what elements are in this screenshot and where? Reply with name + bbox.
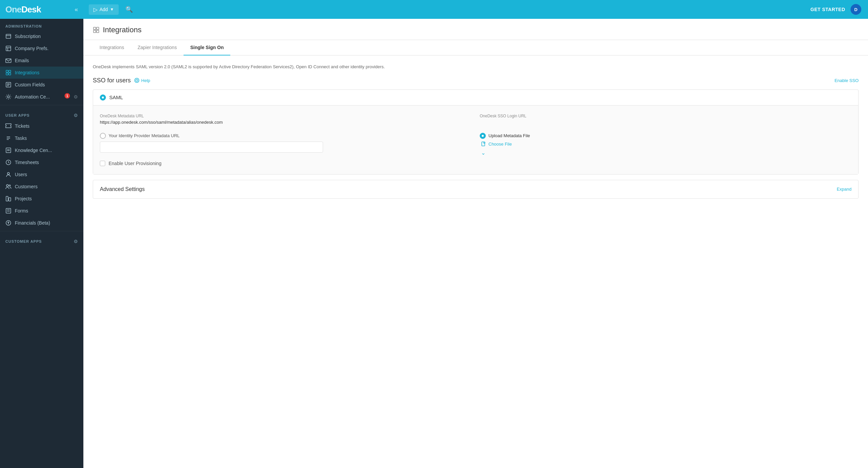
automation-badge: 1	[65, 93, 70, 98]
automation-icon	[5, 94, 11, 100]
sidebar-item-label: Tasks	[15, 135, 27, 141]
sidebar-item-custom-fields[interactable]: Custom Fields	[0, 79, 83, 91]
sidebar-item-tickets[interactable]: Tickets	[0, 120, 83, 132]
sidebar-item-label: Customers	[15, 184, 38, 189]
idp-section: Your Identity Provider Metadata URL	[100, 133, 472, 153]
svg-rect-33	[93, 27, 96, 30]
customer-apps-section-label: CUSTOMER APPS	[5, 239, 42, 243]
page-title: Integrations	[103, 26, 142, 34]
sidebar-item-label: Timesheets	[15, 160, 39, 165]
sidebar-item-financials[interactable]: Financials (Beta)	[0, 217, 83, 229]
sidebar-item-forms[interactable]: Forms	[0, 205, 83, 217]
timesheets-icon	[5, 159, 11, 165]
svg-rect-25	[6, 196, 8, 201]
sidebar-item-timesheets[interactable]: Timesheets	[0, 156, 83, 168]
projects-icon	[5, 196, 11, 202]
user-apps-gear-icon[interactable]: ⚙	[73, 113, 78, 118]
svg-rect-7	[9, 70, 11, 72]
get-started-button[interactable]: GET STARTED	[810, 7, 845, 12]
enable-provisioning-row: Enable User Provisioning	[100, 161, 851, 166]
plus-icon: ▷	[93, 6, 97, 13]
tasks-icon	[5, 135, 11, 141]
metadata-url-group: OneDesk Metadata URL https://app.onedesk…	[100, 114, 472, 125]
sidebar-item-integrations[interactable]: Integrations	[0, 67, 83, 79]
expand-link[interactable]: Expand	[837, 187, 851, 192]
svg-rect-8	[6, 73, 8, 75]
sidebar-item-customers[interactable]: Customers	[0, 181, 83, 193]
sidebar-item-users[interactable]: Users	[0, 168, 83, 181]
page-header: Integrations	[83, 19, 868, 40]
tab-zapier[interactable]: Zapier Integrations	[131, 40, 184, 56]
sidebar-item-tasks[interactable]: Tasks	[0, 132, 83, 144]
svg-rect-27	[6, 209, 11, 213]
idp-radio[interactable]	[100, 133, 106, 139]
subscription-icon	[5, 33, 11, 39]
saml-grid: OneDesk Metadata URL https://app.onedesk…	[100, 114, 851, 125]
sidebar-item-label: Users	[15, 172, 27, 177]
financials-icon	[5, 220, 11, 226]
tickets-icon	[5, 123, 11, 129]
upload-radio-selected[interactable]	[480, 133, 486, 139]
help-icon	[134, 78, 140, 83]
sso-login-url-group: OneDesk SSO Login URL	[480, 114, 851, 125]
gear-icon[interactable]: ⚙	[73, 94, 78, 99]
sidebar-item-label: Company Prefs.	[15, 46, 49, 51]
user-apps-section-label: USER APPS	[5, 113, 30, 117]
chevron-down-icon[interactable]: ⌄	[480, 150, 851, 156]
topbar-actions: ▷ Add ▼ 🔍	[83, 4, 810, 15]
sidebar-item-label: Tickets	[15, 123, 30, 129]
help-button[interactable]: Help	[134, 78, 150, 83]
saml-card: SAML OneDesk Metadata URL https://app.on…	[93, 89, 859, 175]
svg-point-22	[7, 173, 9, 175]
svg-rect-26	[9, 198, 11, 201]
sidebar: ADMINISTRATION Subscription Company Pref…	[0, 19, 83, 468]
svg-rect-36	[96, 30, 99, 33]
svg-point-24	[9, 185, 10, 186]
svg-rect-9	[9, 73, 11, 75]
topbar: OneDesk « ▷ Add ▼ 🔍 GET STARTED D	[0, 0, 868, 19]
add-button[interactable]: ▷ Add ▼	[89, 4, 119, 15]
search-button[interactable]: 🔍	[121, 4, 137, 15]
logo-area: OneDesk «	[0, 0, 83, 19]
tabs-bar: Integrations Zapier Integrations Single …	[83, 40, 868, 56]
users-icon	[5, 171, 11, 178]
sso-login-url-value	[480, 120, 851, 125]
sidebar-item-automation[interactable]: Automation Ce... 1 ⚙	[0, 91, 83, 103]
sidebar-item-emails[interactable]: Emails	[0, 55, 83, 67]
sso-header: SSO for users Help Enable SSO	[93, 77, 859, 84]
idp-url-input[interactable]	[100, 142, 323, 153]
upload-radio-row: Upload Metadata File	[480, 133, 851, 139]
customers-icon	[5, 184, 11, 190]
saml-radio-selected[interactable]	[100, 94, 106, 100]
main-layout: ADMINISTRATION Subscription Company Pref…	[0, 19, 868, 468]
tab-integrations[interactable]: Integrations	[93, 40, 131, 56]
customer-apps-gear-icon[interactable]: ⚙	[73, 239, 78, 244]
sidebar-item-subscription[interactable]: Subscription	[0, 30, 83, 42]
page-icon	[93, 27, 99, 33]
sidebar-item-knowledge[interactable]: Knowledge Cen...	[0, 144, 83, 156]
svg-point-23	[6, 185, 8, 187]
choose-file-button[interactable]: Choose File	[480, 142, 851, 147]
sidebar-item-label: Forms	[15, 208, 28, 214]
caret-icon: ▼	[110, 7, 114, 12]
svg-rect-18	[6, 148, 11, 153]
collapse-sidebar-button[interactable]: «	[74, 6, 78, 13]
saml-body: OneDesk Metadata URL https://app.onedesk…	[93, 105, 858, 174]
enable-sso-link[interactable]: Enable SSO	[834, 78, 859, 83]
sidebar-item-label: Integrations	[15, 70, 39, 75]
topbar-right: GET STARTED D	[810, 4, 868, 15]
provisioning-checkbox[interactable]	[100, 161, 105, 166]
tab-sso[interactable]: Single Sign On	[184, 40, 230, 56]
sidebar-item-label: Financials (Beta)	[15, 220, 50, 226]
avatar[interactable]: D	[850, 4, 861, 15]
content-area: Integrations Integrations Zapier Integra…	[83, 19, 868, 468]
advanced-settings-section: Advanced Settings Expand	[93, 180, 859, 199]
svg-rect-39	[482, 142, 485, 146]
sidebar-item-projects[interactable]: Projects	[0, 193, 83, 205]
saml-header: SAML	[93, 90, 858, 105]
advanced-settings-title: Advanced Settings	[100, 186, 145, 192]
add-label: Add	[99, 7, 108, 12]
sidebar-item-company-prefs[interactable]: Company Prefs.	[0, 42, 83, 55]
svg-rect-0	[6, 34, 11, 38]
emails-icon	[5, 58, 11, 64]
